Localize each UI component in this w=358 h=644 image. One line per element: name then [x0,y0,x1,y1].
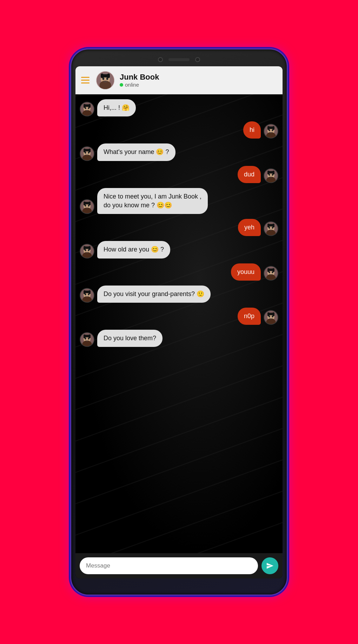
svg-rect-7 [107,73,110,78]
message-avatar [264,221,278,236]
svg-rect-95 [89,335,91,338]
send-button[interactable] [261,557,278,574]
svg-rect-47 [89,202,91,206]
message-row: How old are you 😊 ? [80,241,278,258]
message-row: yeh [80,219,278,236]
input-area [75,553,283,578]
message-avatar [80,102,94,116]
message-avatar [264,266,278,281]
send-icon [266,562,274,570]
menu-icon[interactable] [81,77,90,83]
message-avatar [264,310,278,325]
status-dot [120,83,123,87]
svg-rect-6 [101,73,103,78]
message-bubble: dud [238,166,261,183]
messages-area[interactable]: Hi,... ! 🤗 hi What's your name 😊 ? dud N… [75,94,283,553]
svg-rect-38 [267,170,269,174]
svg-rect-31 [89,148,91,152]
message-bubble: What's your name 😊 ? [97,143,175,161]
message-row: youuu [80,263,278,281]
message-bubble: youuu [231,263,261,281]
message-row: Do you love them? [80,330,278,347]
message-avatar [80,288,94,303]
svg-rect-15 [89,104,91,108]
svg-rect-39 [273,170,274,174]
speaker [168,58,190,61]
phone-screen: Junk Book online Hi,... ! 🤗 hi What's yo… [75,66,283,578]
message-avatar [80,199,94,214]
chat-header: Junk Book online [75,66,283,94]
message-avatar [80,146,94,161]
message-avatar [264,168,278,183]
svg-rect-86 [267,313,269,316]
message-row: Do you visit your grand-parents? 🙂 [80,286,278,303]
svg-rect-71 [273,268,274,272]
header-info: Junk Book online [120,73,159,88]
message-row: Nice to meet you, I am Junk Book , do yo… [80,188,278,214]
message-row: n0p [80,308,278,325]
svg-rect-30 [84,148,85,152]
contact-name: Junk Book [120,73,159,82]
message-bubble: n0p [238,308,261,325]
sensor [195,57,200,62]
svg-rect-62 [84,246,85,250]
svg-rect-94 [84,335,85,338]
svg-rect-54 [267,224,269,228]
phone-top-bar [71,49,287,66]
svg-rect-23 [273,126,274,130]
message-row: Hi,... ! 🤗 [80,99,278,116]
svg-rect-78 [84,290,85,294]
message-avatar [80,244,94,259]
message-bubble: yeh [238,219,261,236]
message-bubble: Hi,... ! 🤗 [97,99,136,116]
message-row: What's your name 😊 ? [80,143,278,161]
svg-rect-63 [89,246,91,250]
message-row: hi [80,121,278,139]
svg-rect-79 [89,290,91,294]
message-input[interactable] [80,557,258,574]
front-camera [158,57,163,62]
svg-rect-87 [273,313,274,316]
contact-avatar [96,71,115,90]
phone-device: Junk Book online Hi,... ! 🤗 hi What's yo… [70,48,288,596]
svg-rect-70 [267,268,269,272]
message-avatar [264,124,278,139]
svg-rect-22 [267,126,269,130]
svg-rect-55 [273,224,274,228]
svg-rect-46 [84,202,85,206]
message-bubble: How old are you 😊 ? [97,241,170,258]
message-bubble: Do you love them? [97,330,163,347]
message-bubble: Do you visit your grand-parents? 🙂 [97,286,211,303]
message-bubble: hi [243,121,261,139]
contact-status: online [120,82,159,88]
message-bubble: Nice to meet you, I am Junk Book , do yo… [97,188,208,214]
message-avatar [80,332,94,347]
svg-rect-14 [84,104,85,108]
message-row: dud [80,166,278,183]
